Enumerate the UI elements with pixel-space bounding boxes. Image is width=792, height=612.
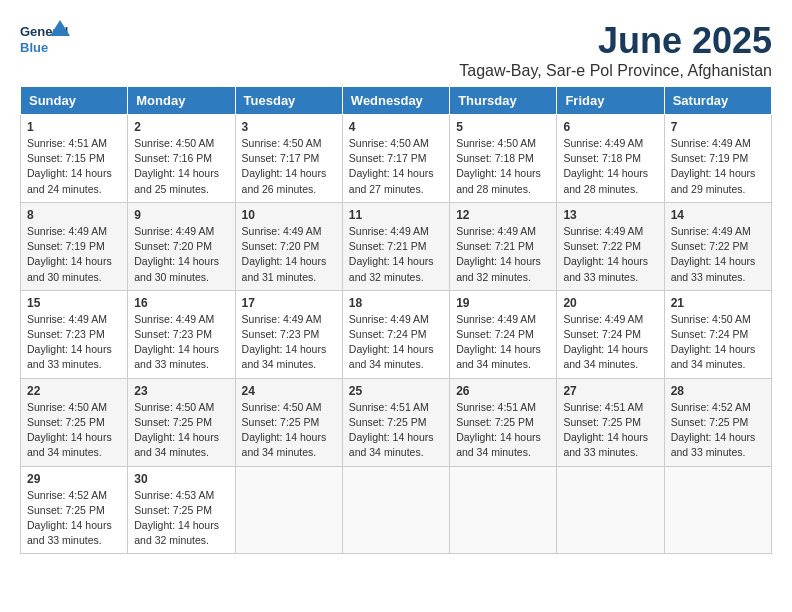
day-number: 11	[349, 208, 443, 222]
day-number: 14	[671, 208, 765, 222]
day-number: 3	[242, 120, 336, 134]
day-info: Sunrise: 4:49 AMSunset: 7:19 PMDaylight:…	[671, 136, 765, 197]
header-tuesday: Tuesday	[235, 87, 342, 115]
day-number: 22	[27, 384, 121, 398]
day-number: 28	[671, 384, 765, 398]
calendar-table: SundayMondayTuesdayWednesdayThursdayFrid…	[20, 86, 772, 554]
calendar-week-2: 8Sunrise: 4:49 AMSunset: 7:19 PMDaylight…	[21, 202, 772, 290]
calendar-cell: 15Sunrise: 4:49 AMSunset: 7:23 PMDayligh…	[21, 290, 128, 378]
day-info: Sunrise: 4:49 AMSunset: 7:24 PMDaylight:…	[563, 312, 657, 373]
header-sunday: Sunday	[21, 87, 128, 115]
calendar-cell: 9Sunrise: 4:49 AMSunset: 7:20 PMDaylight…	[128, 202, 235, 290]
day-info: Sunrise: 4:52 AMSunset: 7:25 PMDaylight:…	[27, 488, 121, 549]
day-info: Sunrise: 4:50 AMSunset: 7:16 PMDaylight:…	[134, 136, 228, 197]
calendar-cell: 2Sunrise: 4:50 AMSunset: 7:16 PMDaylight…	[128, 115, 235, 203]
day-info: Sunrise: 4:49 AMSunset: 7:24 PMDaylight:…	[349, 312, 443, 373]
day-info: Sunrise: 4:50 AMSunset: 7:24 PMDaylight:…	[671, 312, 765, 373]
calendar-cell	[664, 466, 771, 554]
logo-svg: General Blue	[20, 20, 70, 60]
day-info: Sunrise: 4:51 AMSunset: 7:15 PMDaylight:…	[27, 136, 121, 197]
day-number: 20	[563, 296, 657, 310]
day-number: 25	[349, 384, 443, 398]
location-subtitle: Tagaw-Bay, Sar-e Pol Province, Afghanist…	[459, 62, 772, 80]
day-info: Sunrise: 4:49 AMSunset: 7:22 PMDaylight:…	[671, 224, 765, 285]
day-info: Sunrise: 4:49 AMSunset: 7:19 PMDaylight:…	[27, 224, 121, 285]
calendar-cell: 20Sunrise: 4:49 AMSunset: 7:24 PMDayligh…	[557, 290, 664, 378]
calendar-cell	[557, 466, 664, 554]
calendar-cell: 17Sunrise: 4:49 AMSunset: 7:23 PMDayligh…	[235, 290, 342, 378]
day-info: Sunrise: 4:52 AMSunset: 7:25 PMDaylight:…	[671, 400, 765, 461]
day-number: 9	[134, 208, 228, 222]
calendar-cell: 11Sunrise: 4:49 AMSunset: 7:21 PMDayligh…	[342, 202, 449, 290]
day-number: 24	[242, 384, 336, 398]
calendar-cell: 25Sunrise: 4:51 AMSunset: 7:25 PMDayligh…	[342, 378, 449, 466]
day-info: Sunrise: 4:50 AMSunset: 7:18 PMDaylight:…	[456, 136, 550, 197]
calendar-cell: 4Sunrise: 4:50 AMSunset: 7:17 PMDaylight…	[342, 115, 449, 203]
day-number: 30	[134, 472, 228, 486]
day-info: Sunrise: 4:49 AMSunset: 7:23 PMDaylight:…	[242, 312, 336, 373]
calendar-cell: 12Sunrise: 4:49 AMSunset: 7:21 PMDayligh…	[450, 202, 557, 290]
day-number: 23	[134, 384, 228, 398]
header-friday: Friday	[557, 87, 664, 115]
header-saturday: Saturday	[664, 87, 771, 115]
header-monday: Monday	[128, 87, 235, 115]
calendar-cell: 26Sunrise: 4:51 AMSunset: 7:25 PMDayligh…	[450, 378, 557, 466]
logo: General Blue	[20, 20, 70, 60]
day-number: 17	[242, 296, 336, 310]
calendar-cell	[235, 466, 342, 554]
calendar-cell: 7Sunrise: 4:49 AMSunset: 7:19 PMDaylight…	[664, 115, 771, 203]
day-number: 21	[671, 296, 765, 310]
page-header: General Blue June 2025 Tagaw-Bay, Sar-e …	[20, 20, 772, 80]
day-info: Sunrise: 4:50 AMSunset: 7:25 PMDaylight:…	[134, 400, 228, 461]
day-number: 2	[134, 120, 228, 134]
calendar-week-3: 15Sunrise: 4:49 AMSunset: 7:23 PMDayligh…	[21, 290, 772, 378]
day-info: Sunrise: 4:49 AMSunset: 7:22 PMDaylight:…	[563, 224, 657, 285]
day-info: Sunrise: 4:50 AMSunset: 7:25 PMDaylight:…	[242, 400, 336, 461]
calendar-cell: 8Sunrise: 4:49 AMSunset: 7:19 PMDaylight…	[21, 202, 128, 290]
day-number: 7	[671, 120, 765, 134]
calendar-cell: 6Sunrise: 4:49 AMSunset: 7:18 PMDaylight…	[557, 115, 664, 203]
calendar-cell: 29Sunrise: 4:52 AMSunset: 7:25 PMDayligh…	[21, 466, 128, 554]
day-number: 10	[242, 208, 336, 222]
day-info: Sunrise: 4:49 AMSunset: 7:21 PMDaylight:…	[349, 224, 443, 285]
calendar-cell: 21Sunrise: 4:50 AMSunset: 7:24 PMDayligh…	[664, 290, 771, 378]
day-info: Sunrise: 4:50 AMSunset: 7:17 PMDaylight:…	[242, 136, 336, 197]
calendar-header-row: SundayMondayTuesdayWednesdayThursdayFrid…	[21, 87, 772, 115]
day-info: Sunrise: 4:49 AMSunset: 7:20 PMDaylight:…	[134, 224, 228, 285]
calendar-cell: 22Sunrise: 4:50 AMSunset: 7:25 PMDayligh…	[21, 378, 128, 466]
calendar-cell: 18Sunrise: 4:49 AMSunset: 7:24 PMDayligh…	[342, 290, 449, 378]
calendar-cell: 13Sunrise: 4:49 AMSunset: 7:22 PMDayligh…	[557, 202, 664, 290]
logo-container: General Blue	[20, 20, 70, 60]
day-number: 1	[27, 120, 121, 134]
calendar-week-5: 29Sunrise: 4:52 AMSunset: 7:25 PMDayligh…	[21, 466, 772, 554]
day-number: 4	[349, 120, 443, 134]
day-info: Sunrise: 4:51 AMSunset: 7:25 PMDaylight:…	[349, 400, 443, 461]
calendar-cell: 16Sunrise: 4:49 AMSunset: 7:23 PMDayligh…	[128, 290, 235, 378]
day-number: 15	[27, 296, 121, 310]
day-info: Sunrise: 4:50 AMSunset: 7:25 PMDaylight:…	[27, 400, 121, 461]
calendar-cell: 5Sunrise: 4:50 AMSunset: 7:18 PMDaylight…	[450, 115, 557, 203]
calendar-week-1: 1Sunrise: 4:51 AMSunset: 7:15 PMDaylight…	[21, 115, 772, 203]
calendar-cell: 27Sunrise: 4:51 AMSunset: 7:25 PMDayligh…	[557, 378, 664, 466]
day-number: 19	[456, 296, 550, 310]
day-info: Sunrise: 4:53 AMSunset: 7:25 PMDaylight:…	[134, 488, 228, 549]
calendar-cell	[342, 466, 449, 554]
day-info: Sunrise: 4:49 AMSunset: 7:23 PMDaylight:…	[134, 312, 228, 373]
header-wednesday: Wednesday	[342, 87, 449, 115]
svg-text:Blue: Blue	[20, 40, 48, 55]
day-info: Sunrise: 4:51 AMSunset: 7:25 PMDaylight:…	[456, 400, 550, 461]
calendar-cell: 1Sunrise: 4:51 AMSunset: 7:15 PMDaylight…	[21, 115, 128, 203]
day-number: 27	[563, 384, 657, 398]
calendar-week-4: 22Sunrise: 4:50 AMSunset: 7:25 PMDayligh…	[21, 378, 772, 466]
day-number: 13	[563, 208, 657, 222]
day-number: 6	[563, 120, 657, 134]
calendar-cell: 14Sunrise: 4:49 AMSunset: 7:22 PMDayligh…	[664, 202, 771, 290]
day-info: Sunrise: 4:49 AMSunset: 7:23 PMDaylight:…	[27, 312, 121, 373]
month-title: June 2025	[459, 20, 772, 62]
day-number: 8	[27, 208, 121, 222]
day-number: 29	[27, 472, 121, 486]
day-number: 26	[456, 384, 550, 398]
day-number: 12	[456, 208, 550, 222]
calendar-cell: 30Sunrise: 4:53 AMSunset: 7:25 PMDayligh…	[128, 466, 235, 554]
calendar-cell: 10Sunrise: 4:49 AMSunset: 7:20 PMDayligh…	[235, 202, 342, 290]
